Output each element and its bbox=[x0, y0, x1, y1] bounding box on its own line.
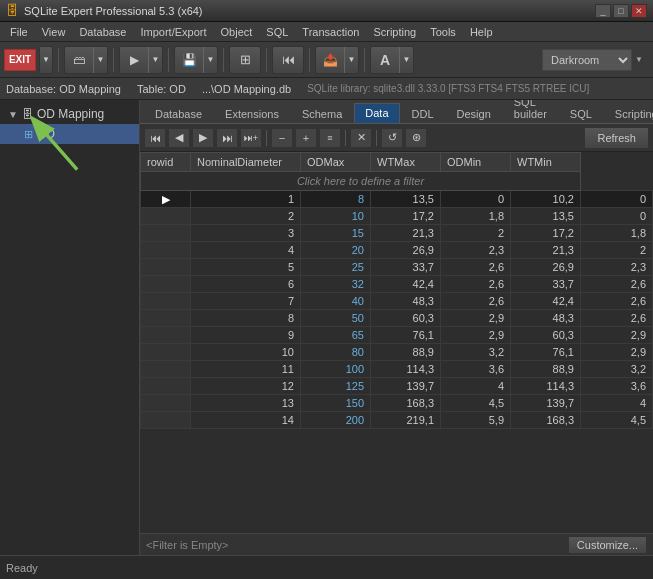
menu-tools[interactable]: Tools bbox=[424, 24, 462, 40]
refresh-button[interactable]: Refresh bbox=[584, 127, 649, 149]
cell-odmax: 219,1 bbox=[371, 412, 441, 429]
settings-button[interactable]: ⊛ bbox=[405, 128, 427, 148]
menu-object[interactable]: Object bbox=[215, 24, 259, 40]
row-current-indicator bbox=[141, 412, 191, 429]
nav-last-plus-button[interactable]: ⏭+ bbox=[240, 128, 262, 148]
cell-wtmax: 2,3 bbox=[441, 242, 511, 259]
menu-transaction[interactable]: Transaction bbox=[296, 24, 365, 40]
filter-hint[interactable]: Click here to define a filter bbox=[141, 172, 581, 191]
theme-dropdown-arrow[interactable]: ▼ bbox=[635, 55, 649, 64]
delete-row-button[interactable]: − bbox=[271, 128, 293, 148]
menu-database[interactable]: Database bbox=[73, 24, 132, 40]
col-header-odmax[interactable]: ODMax bbox=[301, 153, 371, 172]
cell-odmin: 21,3 bbox=[511, 242, 581, 259]
filter-bar: <Filter is Empty> Customize... bbox=[140, 533, 653, 555]
col-header-rowid[interactable]: rowid bbox=[141, 153, 191, 172]
theme-select[interactable]: Darkroom Light bbox=[542, 49, 632, 71]
menu-file[interactable]: File bbox=[4, 24, 34, 40]
minimize-button[interactable]: _ bbox=[595, 4, 611, 18]
col-header-odmin[interactable]: ODMin bbox=[441, 153, 511, 172]
cell-nominal: 80 bbox=[301, 344, 371, 361]
cell-odmax: 21,3 bbox=[371, 225, 441, 242]
tab-ddl[interactable]: DDL bbox=[401, 104, 445, 123]
font-arrow-icon[interactable]: ▼ bbox=[399, 47, 413, 73]
window-controls[interactable]: _ □ ✕ bbox=[595, 4, 647, 18]
toolbar-prev-btn[interactable]: ⏮ bbox=[272, 46, 304, 74]
table-row: 13150168,34,5139,74 bbox=[141, 395, 653, 412]
nav-next-button[interactable]: ▶ bbox=[192, 128, 214, 148]
library-info: SQLite library: sqlite3.dll 3.33.0 [FTS3… bbox=[307, 83, 589, 94]
toolbar-dropdown-arrow-exit[interactable]: ▼ bbox=[39, 46, 53, 74]
exit-button[interactable]: EXIT bbox=[4, 49, 36, 71]
toolbar-run[interactable]: ▶ ▼ bbox=[119, 46, 163, 74]
toolbar-backup[interactable]: 💾 ▼ bbox=[174, 46, 218, 74]
edit-row-button[interactable]: ≡ bbox=[319, 128, 341, 148]
tab-sql-builder[interactable]: SQL builder bbox=[503, 100, 558, 123]
reload-button[interactable]: ↺ bbox=[381, 128, 403, 148]
add-row-button[interactable]: + bbox=[295, 128, 317, 148]
toolbar-grid-btn[interactable]: ⊞ bbox=[229, 46, 261, 74]
toolbar-open-db[interactable]: 🗃 ▼ bbox=[64, 46, 108, 74]
data-toolbar-sep-1 bbox=[266, 130, 267, 146]
tab-database[interactable]: Database bbox=[144, 104, 213, 123]
nav-first-button[interactable]: ⏮ bbox=[144, 128, 166, 148]
cell-wtmin: 3,6 bbox=[581, 378, 653, 395]
cell-wtmin: 2,3 bbox=[581, 259, 653, 276]
tab-schema[interactable]: Schema bbox=[291, 104, 353, 123]
table-info: Table: OD bbox=[137, 83, 186, 95]
run-arrow-icon[interactable]: ▼ bbox=[148, 47, 162, 73]
col-header-wtmax[interactable]: WTMax bbox=[371, 153, 441, 172]
row-current-indicator bbox=[141, 361, 191, 378]
table-row: 85060,32,948,32,6 bbox=[141, 310, 653, 327]
menu-help[interactable]: Help bbox=[464, 24, 499, 40]
cell-nominal: 50 bbox=[301, 310, 371, 327]
cell-wtmin: 2,9 bbox=[581, 344, 653, 361]
cell-wtmax: 1,8 bbox=[441, 208, 511, 225]
menu-scripting[interactable]: Scripting bbox=[367, 24, 422, 40]
open-db-arrow-icon[interactable]: ▼ bbox=[93, 47, 107, 73]
backup-icon: 💾 bbox=[175, 47, 203, 73]
cell-rowid: 12 bbox=[191, 378, 301, 395]
col-header-nominal[interactable]: NominalDiameter bbox=[191, 153, 301, 172]
data-table-area[interactable]: rowid NominalDiameter ODMax WTMax ODMin … bbox=[140, 152, 653, 533]
cancel-button[interactable]: ✕ bbox=[350, 128, 372, 148]
maximize-button[interactable]: □ bbox=[613, 4, 629, 18]
nav-prev-button[interactable]: ◀ bbox=[168, 128, 190, 148]
table-row: ▶1813,5010,20 bbox=[141, 191, 653, 208]
nav-last-button[interactable]: ⏭ bbox=[216, 128, 238, 148]
cell-nominal: 20 bbox=[301, 242, 371, 259]
export-arrow-icon[interactable]: ▼ bbox=[344, 47, 358, 73]
tree-collapse-icon: ▼ bbox=[8, 109, 18, 120]
cell-odmin: 42,4 bbox=[511, 293, 581, 310]
tab-data[interactable]: Data bbox=[354, 103, 399, 123]
cell-nominal: 125 bbox=[301, 378, 371, 395]
row-current-indicator bbox=[141, 259, 191, 276]
cell-odmin: 13,5 bbox=[511, 208, 581, 225]
menu-view[interactable]: View bbox=[36, 24, 72, 40]
menu-sql[interactable]: SQL bbox=[260, 24, 294, 40]
tab-extensions[interactable]: Extensions bbox=[214, 104, 290, 123]
close-button[interactable]: ✕ bbox=[631, 4, 647, 18]
tab-sql[interactable]: SQL bbox=[559, 104, 603, 123]
customize-button[interactable]: Customize... bbox=[568, 536, 647, 554]
backup-arrow-icon[interactable]: ▼ bbox=[203, 47, 217, 73]
cell-rowid: 2 bbox=[191, 208, 301, 225]
data-table: rowid NominalDiameter ODMax WTMax ODMin … bbox=[140, 152, 653, 429]
menu-import-export[interactable]: Import/Export bbox=[134, 24, 212, 40]
toolbar-export[interactable]: 📤 ▼ bbox=[315, 46, 359, 74]
tab-scripting[interactable]: Scripting bbox=[604, 104, 653, 123]
row-current-indicator bbox=[141, 327, 191, 344]
toolbar-font[interactable]: A ▼ bbox=[370, 46, 414, 74]
cell-nominal: 15 bbox=[301, 225, 371, 242]
toolbar-separator-4 bbox=[223, 48, 224, 72]
cell-nominal: 25 bbox=[301, 259, 371, 276]
cell-rowid: 13 bbox=[191, 395, 301, 412]
sidebar-item-od-mapping[interactable]: ▼ 🗄 OD Mapping bbox=[0, 104, 139, 124]
cell-rowid: 9 bbox=[191, 327, 301, 344]
status-bar: Ready bbox=[0, 555, 653, 579]
tab-design[interactable]: Design bbox=[446, 104, 502, 123]
col-header-wtmin[interactable]: WTMin bbox=[511, 153, 581, 172]
cell-rowid: 4 bbox=[191, 242, 301, 259]
cell-odmin: 60,3 bbox=[511, 327, 581, 344]
sidebar-item-od[interactable]: ⊞ OD bbox=[0, 124, 139, 144]
